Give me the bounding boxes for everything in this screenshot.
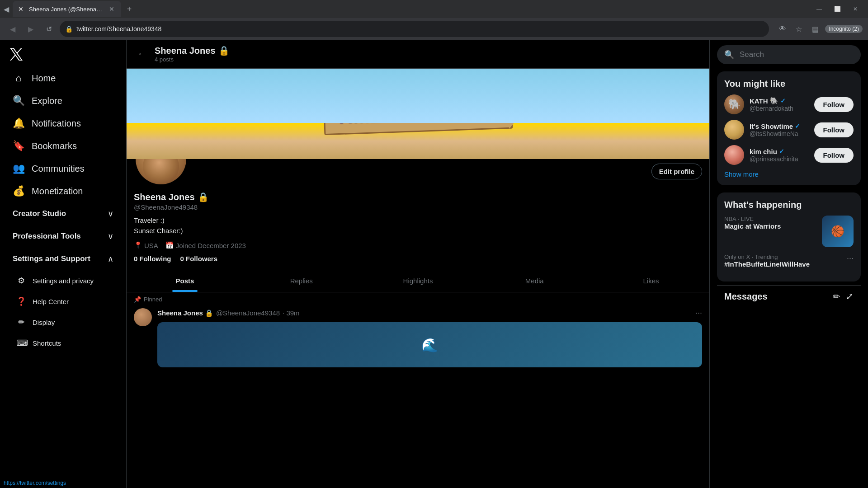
sidebar-item-notifications[interactable]: 🔔 Notifications <box>5 112 121 135</box>
back-button[interactable]: ◀ <box>5 22 20 36</box>
tab-bar: ◀ ✕ Sheena Jones (@SheenaJone49... ✕ + —… <box>0 0 868 18</box>
kath-info: KATH 🐘 ✓ @bernardokath <box>750 97 809 112</box>
settings-privacy-label: Settings and privacy <box>33 277 94 285</box>
search-icon: 🔍 <box>724 50 734 60</box>
sidebar-icon[interactable]: ▤ <box>809 23 821 35</box>
sidebar-item-bookmarks[interactable]: 🔖 Bookmarks <box>5 135 121 157</box>
kath-verified-icon: ✓ <box>780 97 786 104</box>
status-bar: https://twitter.com/settings <box>0 478 70 488</box>
minimize-button[interactable]: — <box>814 4 825 14</box>
search-box[interactable]: 🔍 Search <box>717 45 861 64</box>
post-author-name: Sheena Jones 🔒 <box>157 309 213 317</box>
tab-scroll-left[interactable]: ◀ <box>4 5 9 14</box>
new-tab-button[interactable]: + <box>123 3 136 15</box>
browser-chrome: ◀ ✕ Sheena Jones (@SheenaJone49... ✕ + —… <box>0 0 868 40</box>
x-logo[interactable] <box>5 43 27 65</box>
incognito-badge[interactable]: Incognito (2) <box>825 25 863 33</box>
home-icon: ⌂ <box>13 72 24 84</box>
show-more-link[interactable]: Show more <box>724 170 854 178</box>
help-center-item[interactable]: ❓ Help Center <box>5 291 121 312</box>
showtime-follow-button[interactable]: Follow <box>814 122 854 137</box>
you-might-like-title: You might like <box>724 79 854 89</box>
followers-stat[interactable]: 0 Followers <box>180 255 218 263</box>
profile-header-info: Sheena Jones 🔒 4 posts <box>155 45 230 63</box>
left-sidebar: ⌂ Home 🔍 Explore 🔔 Notifications 🔖 Bookm… <box>0 40 127 488</box>
followers-count: 0 <box>180 255 184 263</box>
professional-tools-expandable[interactable]: Professional Tools ∨ <box>5 225 121 248</box>
post-more-button[interactable]: ··· <box>695 308 702 318</box>
tab-likes[interactable]: Likes <box>593 270 709 292</box>
active-tab[interactable]: ✕ Sheena Jones (@SheenaJone49... ✕ <box>13 1 121 17</box>
tab-media[interactable]: Media <box>476 270 593 292</box>
trending-label2: #InTheBuffetLineIWillHave <box>724 260 847 268</box>
messages-actions: ✏ ⤢ <box>833 291 854 302</box>
professional-tools-chevron: ∨ <box>108 231 113 241</box>
table-row[interactable]: Sheena Jones 🔒 @SheenaJone49348 · 39m ··… <box>127 303 709 373</box>
shortcuts-item[interactable]: ⌨ Shortcuts <box>5 333 121 353</box>
settings-support-label: Settings and Support <box>13 254 90 263</box>
display-icon: ✏ <box>16 317 26 327</box>
tab-highlights[interactable]: Highlights <box>360 270 476 292</box>
location-text: USA <box>144 242 158 249</box>
trending-row: NBA · LIVE Magic at Warriors 🏀 <box>724 216 854 247</box>
sidebar-item-home[interactable]: ⌂ Home <box>5 67 121 89</box>
following-stat[interactable]: 0 Following <box>134 255 171 263</box>
compose-message-button[interactable]: ✏ <box>833 291 840 302</box>
trending-more-button[interactable]: ··· <box>847 253 854 263</box>
settings-privacy-item[interactable]: ⚙ Settings and privacy <box>5 270 121 291</box>
whats-happening-section: What's happening NBA · LIVE Magic at War… <box>717 192 861 282</box>
profile-scroll-area[interactable]: TIME TO TRAVEL E <box>127 69 709 488</box>
kimchiu-name: kim chiu ✓ <box>750 148 809 155</box>
eye-slash-icon[interactable]: 👁 <box>776 23 789 35</box>
bio-line2: Sunset Chaser:) <box>134 226 702 236</box>
display-item[interactable]: ✏ Display <box>5 312 121 333</box>
trending-img-icon: 🏀 <box>831 225 844 238</box>
calendar-icon: 📅 <box>165 241 174 249</box>
followers-label-text: Followers <box>186 255 217 263</box>
sidebar-item-explore[interactable]: 🔍 Explore <box>5 89 121 112</box>
maximize-button[interactable]: ⬜ <box>832 4 843 14</box>
showtime-name: It's Showtime ✓ <box>750 122 809 130</box>
list-item[interactable]: NBA · LIVE Magic at Warriors 🏀 <box>724 216 854 247</box>
sidebar-notifications-label: Notifications <box>32 118 81 129</box>
kimchiu-follow-button[interactable]: Follow <box>814 148 854 163</box>
monetization-icon: 💰 <box>13 185 24 197</box>
post-image-icon: 🌊 <box>421 337 438 353</box>
tab-posts[interactable]: Posts <box>127 270 243 292</box>
post-content: Sheena Jones 🔒 @SheenaJone49348 · 39m ··… <box>157 308 702 367</box>
bookmarks-icon: 🔖 <box>13 140 24 152</box>
sidebar-explore-label: Explore <box>32 96 62 106</box>
kath-follow-button[interactable]: Follow <box>814 97 854 112</box>
creator-studio-chevron: ∨ <box>108 209 113 219</box>
main-content: ← Sheena Jones 🔒 4 posts TIME TO TRAVEL <box>127 40 710 488</box>
banner-image: TIME TO TRAVEL <box>127 69 709 159</box>
expand-messages-button[interactable]: ⤢ <box>846 291 854 302</box>
joined-meta: 📅 Joined December 2023 <box>165 241 246 249</box>
back-button[interactable]: ← <box>134 46 149 62</box>
address-bar[interactable]: 🔒 twitter.com/SheenaJone49348 <box>60 21 769 37</box>
star-icon[interactable]: ☆ <box>793 23 805 35</box>
kimchiu-verified-icon: ✓ <box>779 148 784 155</box>
sidebar-communities-label: Communities <box>32 164 85 174</box>
list-item[interactable]: Only on X · Trending #InTheBuffetLineIWi… <box>724 253 854 268</box>
settings-support-expandable[interactable]: Settings and Support ∧ <box>5 248 121 270</box>
notifications-icon: 🔔 <box>13 117 24 129</box>
edit-profile-button[interactable]: Edit profile <box>651 164 702 179</box>
profile-header-name: Sheena Jones 🔒 <box>155 45 230 56</box>
lock-icon-header: 🔒 <box>218 45 230 56</box>
follow-stats: 0 Following 0 Followers <box>134 255 702 263</box>
creator-studio-expandable[interactable]: Creator Studio ∨ <box>5 202 121 225</box>
close-button[interactable]: ✕ <box>850 4 861 14</box>
refresh-button[interactable]: ↺ <box>42 22 56 36</box>
tab-close-button[interactable]: ✕ <box>108 5 116 13</box>
window-controls: — ⬜ ✕ <box>814 4 864 14</box>
list-item: kim chiu ✓ @prinsesachinita Follow <box>724 145 854 165</box>
sidebar-item-monetization[interactable]: 💰 Monetization <box>5 180 121 202</box>
tab-replies[interactable]: Replies <box>243 270 360 292</box>
nav-right-controls: 👁 ☆ ▤ Incognito (2) <box>776 23 863 35</box>
sidebar-item-communities[interactable]: 👥 Communities <box>5 157 121 180</box>
kath-emoji: 🐘 <box>728 99 741 110</box>
showtime-avatar <box>724 120 744 140</box>
messages-title: Messages <box>724 291 768 302</box>
forward-button[interactable]: ▶ <box>24 22 38 36</box>
